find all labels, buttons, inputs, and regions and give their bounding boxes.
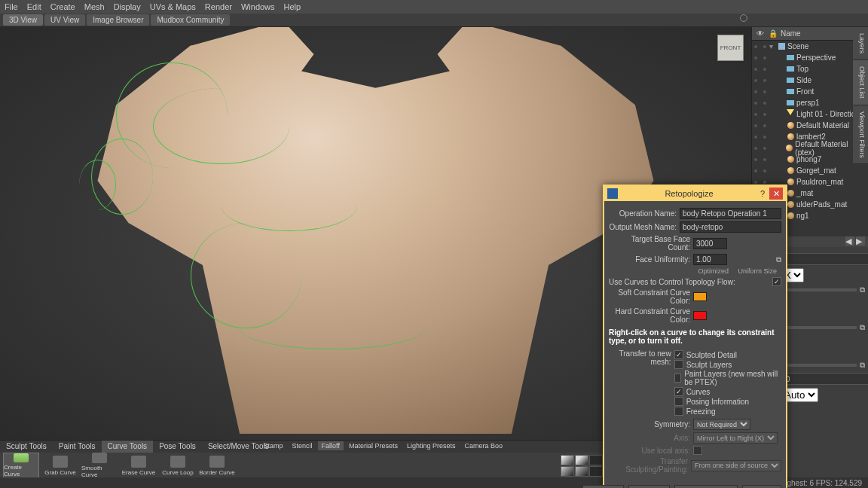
axis-select: Mirror Left to Right (X)	[693, 432, 778, 444]
symmetry-label: Symmetry:	[609, 420, 690, 429]
menu-mesh[interactable]: Mesh	[84, 2, 105, 11]
tool-bordercurve[interactable]: Border Curve	[199, 453, 235, 478]
preset-tab-stamp[interactable]: Stamp	[260, 441, 287, 450]
outliner-row[interactable]: ▾Scene	[752, 41, 868, 52]
preset-tab-lightingpresets[interactable]: Lighting Presets	[403, 441, 460, 450]
info-icon[interactable]	[740, 14, 747, 22]
soft-color-label: Soft Constraint Curve Color:	[609, 288, 690, 305]
side-tab-strip: LayersObject ListViewport Filters	[853, 27, 868, 164]
tooltab-painttools[interactable]: Paint Tools	[53, 441, 102, 453]
preset-tab-falloff[interactable]: Falloff	[318, 441, 344, 450]
op-name-label: Operation Name:	[609, 209, 677, 218]
menu-display[interactable]: Display	[114, 2, 141, 11]
retopo-curve[interactable]	[153, 88, 289, 164]
soft-color-swatch[interactable]	[693, 292, 707, 301]
retopologize-button[interactable]: Retopologize	[674, 485, 738, 488]
outliner-row[interactable]: Perspective	[752, 52, 868, 63]
local-axis-checkbox	[693, 446, 702, 455]
hard-color-label: Hard Constraint Curve Color:	[609, 307, 690, 324]
delete-button[interactable]: Delete	[628, 485, 670, 488]
tab-dview[interactable]: 3D View	[3, 14, 43, 26]
sidetab-layers[interactable]: Layers	[853, 27, 868, 60]
use-curves-checkbox[interactable]: ✓	[772, 277, 781, 286]
sidetab-objectlist[interactable]: Object List	[853, 60, 868, 105]
dialog-titlebar[interactable]: Retopologize ? ✕	[604, 186, 786, 201]
preset-tab-materialpresets[interactable]: Material Presets	[345, 441, 402, 450]
preset-tab-cameraboo[interactable]: Camera Boo	[460, 441, 506, 450]
use-curves-label: Use Curves to Control Topology Flow:	[609, 278, 769, 286]
out-mesh-input[interactable]	[680, 221, 781, 233]
outliner-row[interactable]: Side	[752, 75, 868, 86]
transfer-checkbox[interactable]: ✓	[674, 350, 683, 359]
outliner-row[interactable]: Front	[752, 86, 868, 97]
tool-curveloop[interactable]: Curve Loop	[160, 453, 196, 478]
visibility-col: 👁	[756, 29, 769, 38]
view-cube[interactable]: FRONT	[717, 35, 744, 61]
outliner-row[interactable]: Default Material (ptex)	[752, 142, 868, 154]
name-col: Name	[778, 29, 863, 38]
tooltab-sculpttools[interactable]: Sculpt Tools	[0, 441, 53, 453]
transfer-checkbox[interactable]	[674, 374, 682, 383]
face-unif-label: Face Uniformity:	[609, 255, 690, 264]
tooltab-posetools[interactable]: Pose Tools	[153, 441, 202, 453]
retopo-curve[interactable]	[240, 307, 425, 349]
menu-uvsmaps[interactable]: UVs & Maps	[150, 2, 196, 11]
tool-grabcurve[interactable]: Grab Curve	[42, 453, 78, 478]
preset-tab-stencil[interactable]: Stencil	[289, 441, 316, 450]
dialog-title: Retopologize	[622, 189, 756, 198]
transfer-checkbox[interactable]	[674, 397, 683, 406]
menu-file[interactable]: File	[5, 2, 18, 11]
face-count-input[interactable]	[693, 238, 727, 249]
menu-help[interactable]: Help	[284, 2, 301, 11]
help-icon[interactable]: ?	[756, 188, 769, 200]
view-tabs: 3D ViewUV ViewImage BrowserMudbox Commun…	[0, 14, 868, 27]
tsp-label: Transfer Sculpting/Painting:	[609, 457, 688, 474]
retopo-curve[interactable]	[79, 160, 116, 210]
axis-label: Axis:	[609, 434, 690, 442]
menu-windows[interactable]: Windows	[241, 2, 275, 11]
lock-col: 🔒	[769, 29, 778, 38]
transfer-label: Transfer to new mesh:	[609, 349, 671, 366]
close-button[interactable]: Close	[742, 485, 781, 488]
transfer-checkbox[interactable]: ✓	[674, 387, 683, 396]
tsp-select: From one side of source	[691, 460, 781, 471]
outliner-row[interactable]: Light 01 - Directional	[752, 108, 868, 120]
tool-createcurve[interactable]: Create Curve	[3, 453, 39, 478]
menu-create[interactable]: Create	[50, 2, 75, 11]
transfer-checkbox[interactable]	[674, 407, 683, 416]
menu-render[interactable]: Render	[205, 2, 232, 11]
sidetab-viewportfilters[interactable]: Viewport Filters	[853, 105, 868, 165]
app-icon	[607, 188, 618, 199]
tooltab-curvetools[interactable]: Curve Tools	[102, 441, 154, 453]
hard-color-swatch[interactable]	[693, 311, 707, 320]
menu-edit[interactable]: Edit	[27, 2, 41, 11]
retopologize-dialog: Retopologize ? ✕ Operation Name: Output …	[603, 185, 787, 488]
tab-uvview[interactable]: UV View	[44, 14, 85, 26]
nav-prev-icon[interactable]: ◀	[845, 236, 854, 246]
outliner-header: 👁 🔒 Name	[752, 27, 868, 41]
tab-imagebrowser[interactable]: Image Browser	[87, 14, 149, 26]
outliner-row[interactable]: Gorget_mat	[752, 165, 868, 176]
transfer-checkbox[interactable]	[674, 360, 683, 369]
main-menubar[interactable]: FileEditCreateMeshDisplayUVs & MapsRende…	[0, 0, 868, 14]
help-button[interactable]: Help...	[582, 485, 624, 488]
tool-smoothcurve[interactable]: Smooth Curve	[81, 453, 118, 478]
close-icon[interactable]: ✕	[769, 188, 783, 200]
sculpt-mesh	[67, 27, 685, 434]
outliner-row[interactable]: persp1	[752, 97, 868, 108]
outliner-row[interactable]: Default Material	[752, 120, 868, 131]
transfer-options: ✓Sculpted DetailSculpt LayersPaint Layer…	[674, 349, 781, 416]
face-unif-input[interactable]	[693, 254, 727, 265]
symmetry-select[interactable]: Not Required	[693, 419, 750, 430]
tool-erasecurve[interactable]: Erase Curve	[121, 453, 157, 478]
face-count-label: Target Base Face Count:	[609, 235, 690, 252]
nav-next-icon[interactable]: ▶	[856, 236, 865, 246]
out-mesh-label: Output Mesh Name:	[609, 223, 677, 231]
outliner-row[interactable]: Top	[752, 63, 868, 75]
local-axis-label: Use local axis:	[609, 447, 690, 455]
tab-mudboxcommunity[interactable]: Mudbox Community	[151, 14, 230, 26]
op-name-input[interactable]	[680, 208, 781, 219]
constraint-note: Right-click on a curve to change its con…	[609, 328, 781, 345]
tool-shelf: Sculpt ToolsPaint ToolsCurve ToolsPose T…	[0, 440, 634, 477]
